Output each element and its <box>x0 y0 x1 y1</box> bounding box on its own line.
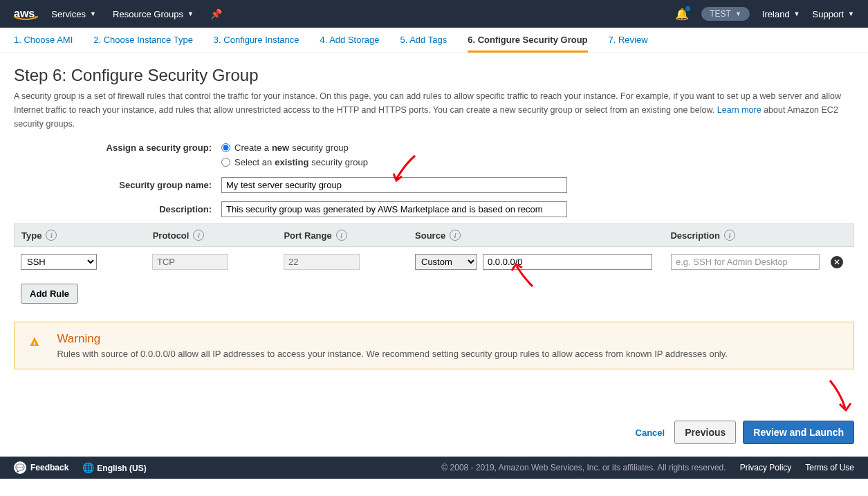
rule-description-input[interactable] <box>671 254 820 270</box>
wizard-tab-configure[interactable]: 3. Configure Instance <box>214 35 299 53</box>
bottom-bar: 💬Feedback 🌐English (US) © 2008 - 2019, A… <box>0 457 868 479</box>
rule-source-value-input[interactable] <box>483 254 652 270</box>
pin-icon[interactable]: 📌 <box>210 8 222 19</box>
services-menu[interactable]: Services ▼ <box>51 9 96 19</box>
wizard-tab-storage[interactable]: 4. Add Storage <box>320 35 379 53</box>
support-label: Support <box>813 9 844 19</box>
sg-desc-label: Description: <box>14 204 221 214</box>
info-icon[interactable]: i <box>336 230 347 241</box>
previous-button[interactable]: Previous <box>674 421 736 444</box>
warning-title: Warning <box>57 332 727 346</box>
page-title: Step 6: Configure Security Group <box>14 66 854 85</box>
sg-desc-input[interactable] <box>221 201 567 217</box>
copyright-text: © 2008 - 2019, Amazon Web Services, Inc.… <box>441 463 726 472</box>
rule-source-mode-select[interactable]: Custom <box>415 254 477 270</box>
col-protocol-label: Protocol <box>153 230 190 241</box>
caret-down-icon: ▼ <box>848 10 854 17</box>
warning-text: Rules with source of 0.0.0.0/0 allow all… <box>57 349 727 359</box>
account-label: TEST <box>710 9 731 19</box>
caret-down-icon: ▼ <box>187 10 194 17</box>
wizard-tab-ami[interactable]: 1. Choose AMI <box>14 35 73 53</box>
wizard-tabs: 1. Choose AMI 2. Choose Instance Type 3.… <box>0 28 868 53</box>
info-icon[interactable]: i <box>724 230 735 241</box>
wizard-tab-security-group[interactable]: 6. Configure Security Group <box>468 35 587 53</box>
col-type-label: Type <box>21 230 41 241</box>
feedback-icon: 💬 <box>14 461 26 474</box>
caret-down-icon: ▼ <box>735 10 741 17</box>
feedback-link[interactable]: 💬Feedback <box>14 461 68 474</box>
rule-protocol-field <box>152 254 228 270</box>
sg-name-input[interactable] <box>221 177 567 193</box>
resource-groups-menu[interactable]: Resource Groups ▼ <box>113 9 194 19</box>
language-selector[interactable]: 🌐English (US) <box>82 462 146 473</box>
table-row: SSH Custom ✕ <box>14 247 854 277</box>
wizard-tab-review[interactable]: 7. Review <box>609 35 648 53</box>
warning-icon: ▲! <box>27 332 44 359</box>
notifications-icon[interactable]: 🔔 <box>675 8 689 21</box>
rule-port-range-field <box>284 254 360 270</box>
info-icon[interactable]: i <box>450 230 461 241</box>
cancel-button[interactable]: Cancel <box>633 422 668 443</box>
top-nav: aws Services ▼ Resource Groups ▼ 📌 🔔 TES… <box>0 0 868 28</box>
privacy-link[interactable]: Privacy Policy <box>740 463 792 472</box>
learn-more-link[interactable]: Learn more <box>717 105 761 115</box>
caret-down-icon: ▼ <box>794 10 800 17</box>
add-rule-button[interactable]: Add Rule <box>21 284 78 304</box>
region-label: Ireland <box>762 9 790 19</box>
footer-buttons: Cancel Previous Review and Launch <box>0 393 868 457</box>
caret-down-icon: ▼ <box>90 10 96 17</box>
page-description: A security group is a set of firewall ru… <box>14 89 854 131</box>
col-description-label: Description <box>670 230 720 241</box>
account-menu[interactable]: TEST ▼ <box>701 7 750 21</box>
select-existing-sg-radio[interactable]: Select an existing security group <box>221 157 368 167</box>
terms-link[interactable]: Terms of Use <box>805 463 854 472</box>
support-menu[interactable]: Support ▼ <box>813 9 854 19</box>
sg-name-label: Security group name: <box>14 180 221 190</box>
warning-box: ▲! Warning Rules with source of 0.0.0.0/… <box>14 322 854 369</box>
resource-groups-label: Resource Groups <box>113 9 183 19</box>
aws-logo[interactable]: aws <box>14 8 35 20</box>
globe-icon: 🌐 <box>82 462 94 473</box>
main-content: Step 6: Configure Security Group A secur… <box>0 53 868 393</box>
col-port-range-label: Port Range <box>284 230 331 241</box>
rules-table-header: Type i Protocol i Port Range i Source i … <box>14 223 854 247</box>
create-new-sg-radio[interactable]: Create a new security group <box>221 143 349 153</box>
rule-type-select[interactable]: SSH <box>21 254 97 270</box>
assign-sg-label: Assign a security group: <box>14 143 221 153</box>
select-existing-radio-input[interactable] <box>221 158 230 167</box>
info-icon[interactable]: i <box>193 230 204 241</box>
wizard-tab-instance-type[interactable]: 2. Choose Instance Type <box>93 35 193 53</box>
col-source-label: Source <box>415 230 445 241</box>
services-label: Services <box>51 9 86 19</box>
rules-table: Type i Protocol i Port Range i Source i … <box>14 223 854 311</box>
region-menu[interactable]: Ireland ▼ <box>762 9 800 19</box>
review-and-launch-button[interactable]: Review and Launch <box>743 421 854 444</box>
create-new-radio-input[interactable] <box>221 143 230 152</box>
wizard-tab-tags[interactable]: 5. Add Tags <box>400 35 447 53</box>
notification-dot <box>685 6 690 11</box>
info-icon[interactable]: i <box>46 230 57 241</box>
remove-rule-button[interactable]: ✕ <box>831 256 843 268</box>
